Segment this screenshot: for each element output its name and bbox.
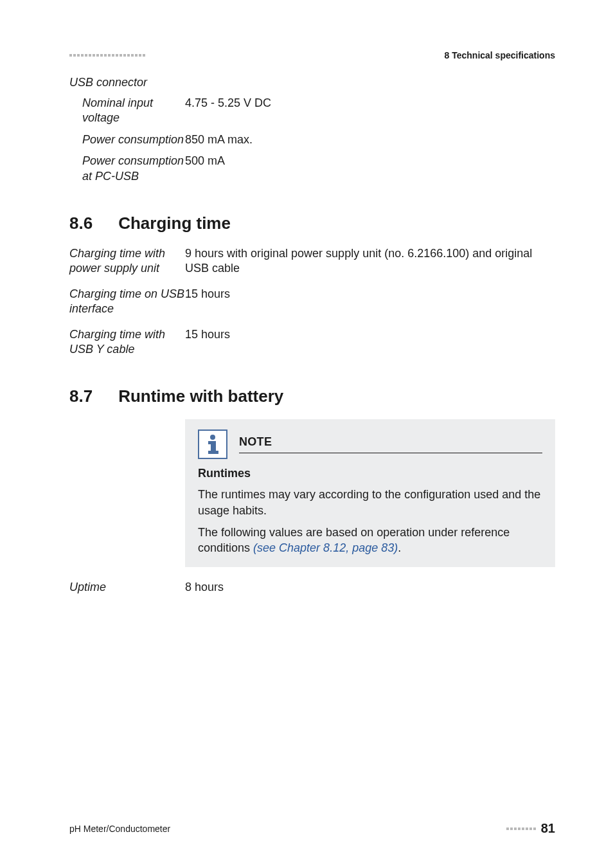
spec-value: 8 hours <box>185 580 555 595</box>
spec-label: Charging time with USB Y cable <box>69 327 185 357</box>
header-chapter: 8 Technical specifications <box>445 50 555 60</box>
spec-value: 15 hours <box>185 327 555 342</box>
spec-row: Power consumption at PC-USB 500 mA <box>69 154 555 184</box>
note-head: NOTE <box>198 429 542 459</box>
note-cross-ref-link[interactable]: (see Chapter 8.12, page 83) <box>253 541 398 554</box>
section-8-7-heading: 8.7 Runtime with battery <box>69 386 555 406</box>
info-icon <box>198 429 227 459</box>
spec-value: 850 mA max. <box>185 132 555 147</box>
footer-left: pH Meter/Conductometer <box>69 824 170 834</box>
spec-label: Uptime <box>69 580 185 595</box>
page-header: 8 Technical specifications <box>69 50 555 60</box>
svg-rect-2 <box>211 441 216 452</box>
note-body-2: The following values are based on operat… <box>198 525 542 556</box>
spec-label: Nominal input voltage <box>82 96 185 126</box>
note-body-2-post: . <box>398 541 401 554</box>
section-number: 8.7 <box>69 386 93 406</box>
note-subheading: Runtimes <box>198 467 542 480</box>
page-number: 81 <box>541 821 555 836</box>
spec-row: Nominal input voltage 4.75 - 5.25 V DC <box>69 96 555 126</box>
spec-value: 9 hours with original power supply unit … <box>185 246 555 276</box>
section-number: 8.6 <box>69 213 93 233</box>
section-title: Runtime with battery <box>118 386 283 406</box>
svg-rect-3 <box>208 451 218 454</box>
spec-label: Charging time with power supply unit <box>69 246 185 276</box>
header-dashes <box>69 54 147 57</box>
spec-row: Charging time on USB interface 15 hours <box>69 287 555 317</box>
note-body-1: The runtimes may vary according to the c… <box>198 487 542 518</box>
spec-value: 15 hours <box>185 287 555 302</box>
usb-connector-title: USB connector <box>69 76 555 89</box>
footer-dashes <box>506 827 537 830</box>
spec-label: Power consumption <box>82 132 185 147</box>
section-8-6-heading: 8.6 Charging time <box>69 213 555 233</box>
page-footer: pH Meter/Conductometer 81 <box>69 821 555 836</box>
spec-value: 4.75 - 5.25 V DC <box>185 96 555 111</box>
spec-label: Charging time on USB interface <box>69 287 185 317</box>
note-rule <box>239 453 542 453</box>
footer-right: 81 <box>506 821 555 836</box>
uptime-row: Uptime 8 hours <box>69 580 555 595</box>
svg-point-0 <box>210 435 215 440</box>
note-box: NOTE Runtimes The runtimes may vary acco… <box>185 419 555 567</box>
spec-value: 500 mA <box>185 154 555 168</box>
spec-row: Power consumption 850 mA max. <box>69 132 555 147</box>
spec-row: Charging time with power supply unit 9 h… <box>69 246 555 276</box>
spec-row: Charging time with USB Y cable 15 hours <box>69 327 555 357</box>
note-title: NOTE <box>239 435 542 449</box>
section-title: Charging time <box>118 213 231 233</box>
spec-label: Power consumption at PC-USB <box>82 154 185 184</box>
